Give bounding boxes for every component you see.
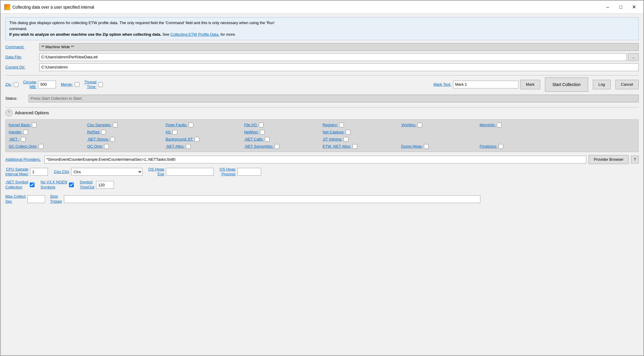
close-button[interactable]: ✕ [628,3,640,12]
bg-jit-label[interactable]: Background JIT: [166,137,193,141]
file-io-checkbox[interactable] [259,123,264,127]
kernel-base-checkbox[interactable] [32,123,37,127]
refset-checkbox[interactable] [101,130,106,135]
dotnet-label[interactable]: .NET : [9,137,20,141]
gc-only-label[interactable]: GC Only: [87,144,103,149]
mark-text-input[interactable] [453,81,518,88]
dotnet-sampalloc-label[interactable]: .NET SampAlloc: [244,144,274,149]
net-symbol-collection-label[interactable]: .NET Symbol Collection [5,180,28,190]
jit-inlining-checkbox[interactable] [344,137,348,142]
max-collect-input[interactable] [27,195,45,203]
refset-label[interactable]: RefSet: [87,130,100,134]
handle-label[interactable]: Handle: [9,130,22,134]
advanced-options-header[interactable]: ⌃ Advanced Options [5,109,639,116]
max-collect-label[interactable]: Max Collect Sec [5,194,26,204]
stop-trigger-label[interactable]: Stop Trigger [50,194,62,204]
kernel-base-label[interactable]: Kernel Base: [9,123,31,127]
finalizers-label[interactable]: Finalizers: [480,144,497,149]
dotnet-checkbox[interactable] [21,137,26,142]
netmon-label[interactable]: NetMon: [244,130,259,134]
thread-time-checkbox[interactable] [98,82,103,87]
circular-mb-label[interactable]: Circular MB: [23,80,37,89]
merge-label[interactable]: Merge: [61,82,73,87]
dotnet-stress-label[interactable]: .NET Stress: [87,137,109,141]
dotnet-calls-checkbox[interactable] [265,137,269,142]
mark-text-label[interactable]: Mark Text: [433,82,451,87]
file-io-label[interactable]: File I/O: [244,123,258,127]
additional-providers-label[interactable]: Additional Providers: [5,157,41,162]
collapse-button[interactable]: ⌃ [5,109,12,116]
cancel-button[interactable]: Cancel [615,80,639,89]
gc-collect-only-checkbox[interactable] [39,144,43,149]
os-heap-process-input[interactable] [237,168,261,176]
jit-inlining-label[interactable]: JIT Inlining: [323,137,342,141]
minimize-button[interactable]: – [602,3,614,12]
iis-label[interactable]: IIS: [166,130,172,134]
provider-browser-button[interactable]: Provider Browser [589,155,629,164]
dotnet-stress-checkbox[interactable] [110,137,115,142]
cpu-ctrs-select[interactable]: Ctrs [71,168,142,176]
symbol-timeout-input[interactable] [96,181,114,189]
os-heap-exe-input[interactable] [166,168,214,176]
command-input[interactable] [39,43,639,51]
dotnet-sampalloc-checkbox[interactable] [275,144,279,149]
circular-mb-input[interactable] [38,81,56,88]
browse-button[interactable]: ... [628,53,639,61]
iis-checkbox[interactable] [173,130,177,135]
data-file-label[interactable]: Data File: [5,55,38,59]
page-faults-label[interactable]: Page Faults: [166,123,187,127]
os-heap-process-label[interactable]: OS Heap Process [220,167,235,177]
bg-jit-checkbox[interactable] [195,137,199,142]
start-collection-button[interactable]: Start Collection [545,77,588,92]
cpu-ctrs-label[interactable]: Cpu Ctrs [54,169,69,174]
virtalloc-checkbox[interactable] [417,123,422,127]
additional-providers-input[interactable] [44,156,586,163]
symbol-timeout-label[interactable]: Symbol TimeOut [80,180,94,190]
no-v3x-checkbox[interactable] [69,182,74,187]
zip-checkbox[interactable] [14,82,18,87]
etw-dotnet-alloc-checkbox[interactable] [352,144,357,149]
registry-label[interactable]: Registry: [323,123,338,127]
no-v3x-group: No V3.X NGEN Symbols [40,180,74,190]
current-dir-input[interactable] [39,63,639,71]
net-capture-checkbox[interactable] [346,130,350,135]
finalizers-checkbox[interactable] [499,144,503,149]
dotnet-alloc-label[interactable]: .NET Alloc: [166,144,185,149]
thread-time-label[interactable]: Thread Time: [84,80,96,89]
zip-label[interactable]: Zip: [5,82,12,87]
zip-group: Zip: [5,82,18,87]
info-link[interactable]: Collecting ETW Profile Data. [170,32,220,37]
dotnet-calls-label[interactable]: .NET Calls: [244,137,264,141]
net-capture-label[interactable]: Net Capture: [323,130,345,134]
cpu-samples-label[interactable]: Cpu Samples: [87,123,112,127]
bottom-row: Max Collect Sec Stop Trigger [5,194,639,204]
merge-checkbox[interactable] [75,82,79,87]
netmon-checkbox[interactable] [260,130,265,135]
log-button[interactable]: Log [593,80,611,89]
meminfo-label[interactable]: MemInfo: [480,123,496,127]
cpu-sample-interval-input[interactable] [30,168,48,176]
gc-only-checkbox[interactable] [104,144,109,149]
os-heap-exe-label[interactable]: OS Heap Exe [148,167,164,177]
cpu-samples-checkbox[interactable] [113,123,117,127]
handle-checkbox[interactable] [23,130,28,135]
mark-button[interactable]: Mark [520,80,540,89]
data-file-input[interactable] [39,53,627,61]
meminfo-checkbox[interactable] [497,123,502,127]
command-label[interactable]: Command: [5,45,38,49]
current-dir-label[interactable]: Current Dir: [5,65,38,69]
etw-dotnet-alloc-label[interactable]: ETW .NET Alloc: [323,144,352,149]
gc-collect-only-label[interactable]: GC Collect Only: [9,144,37,149]
registry-checkbox[interactable] [339,123,344,127]
no-v3x-label[interactable]: No V3.X NGEN Symbols [40,180,67,190]
page-faults-checkbox[interactable] [189,123,193,127]
maximize-button[interactable]: □ [615,3,627,12]
cpu-sample-interval-label[interactable]: CPU Sample Interval Msec [5,167,28,177]
dotnet-alloc-checkbox[interactable] [186,144,191,149]
virtalloc-label[interactable]: VirtAlloc: [401,123,416,127]
dump-heap-label[interactable]: Dump Heap: [401,144,423,149]
net-symbol-collection-checkbox[interactable] [30,182,35,187]
help-button[interactable]: ? [631,156,639,163]
stop-trigger-input[interactable] [64,195,480,203]
dump-heap-checkbox[interactable] [424,144,429,149]
